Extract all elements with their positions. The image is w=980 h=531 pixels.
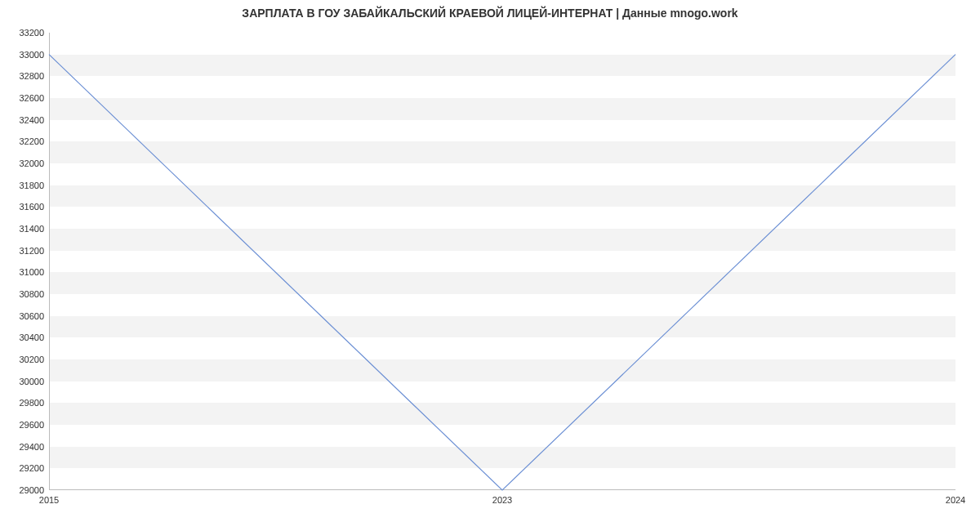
- y-tick-label: 31600: [3, 202, 44, 212]
- y-tick-label: 32200: [3, 136, 44, 146]
- y-tick-label: 31000: [3, 267, 44, 277]
- y-tick-label: 32400: [3, 115, 44, 125]
- x-tick-label: 2023: [492, 495, 512, 505]
- y-tick-label: 30800: [3, 289, 44, 299]
- y-tick-label: 29000: [3, 485, 44, 495]
- y-tick-label: 32000: [3, 158, 44, 168]
- y-tick-label: 29200: [3, 463, 44, 473]
- y-tick-label: 30000: [3, 377, 44, 386]
- y-tick-label: 30400: [3, 332, 44, 342]
- y-tick-label: 29800: [3, 398, 44, 408]
- y-tick-label: 31400: [3, 224, 44, 234]
- x-tick-label: 2024: [946, 495, 965, 505]
- y-tick-label: 31200: [3, 246, 44, 256]
- y-tick-label: 32600: [3, 93, 44, 103]
- y-tick-label: 30200: [3, 355, 44, 364]
- y-tick-label: 30600: [3, 311, 44, 321]
- y-tick-label: 33000: [3, 50, 44, 60]
- y-tick-label: 31800: [3, 181, 44, 190]
- y-tick-label: 33200: [3, 28, 44, 38]
- chart-container: ЗАРПЛАТА В ГОУ ЗАБАЙКАЛЬСКИЙ КРАЕВОЙ ЛИЦ…: [0, 0, 980, 531]
- x-tick-label: 2015: [39, 495, 59, 505]
- y-tick-label: 29600: [3, 420, 44, 430]
- y-tick-label: 29400: [3, 442, 44, 452]
- y-tick-label: 32800: [3, 71, 44, 81]
- chart-title: ЗАРПЛАТА В ГОУ ЗАБАЙКАЛЬСКИЙ КРАЕВОЙ ЛИЦ…: [0, 7, 980, 20]
- line-svg: [49, 33, 956, 490]
- line-path: [49, 55, 956, 490]
